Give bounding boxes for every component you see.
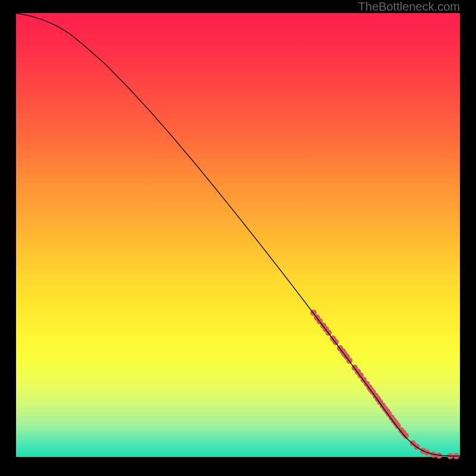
scatter-series xyxy=(311,309,460,459)
attribution-text: TheBottleneck.com xyxy=(358,0,460,14)
curve-series xyxy=(16,13,460,456)
chart-overlay xyxy=(16,13,460,457)
chart-stage: TheBottleneck.com xyxy=(0,0,476,476)
